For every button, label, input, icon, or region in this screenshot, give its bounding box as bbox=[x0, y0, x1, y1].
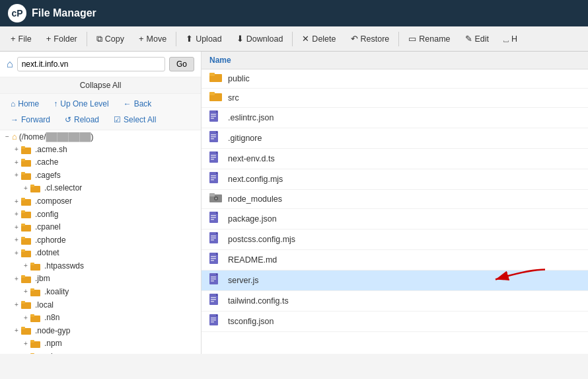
svg-rect-77 bbox=[211, 258, 216, 259]
file-row-src[interactable]: src bbox=[202, 89, 588, 108]
tree-item-label: .node-gyp bbox=[35, 326, 70, 335]
root-home-icon: ⌂ bbox=[12, 132, 17, 142]
edit-button[interactable]: ✎ Edit bbox=[459, 31, 496, 46]
svg-rect-78 bbox=[211, 260, 214, 261]
svg-rect-37 bbox=[209, 73, 215, 76]
tree-item-cl-selector[interactable]: +.cl.selector bbox=[0, 182, 201, 195]
folder-icon bbox=[21, 248, 33, 259]
new-file-button[interactable]: + File bbox=[4, 31, 38, 46]
toggle-icon: + bbox=[12, 198, 21, 205]
svg-rect-68 bbox=[211, 219, 214, 220]
main-content: ⌂ Go Collapse All ⌂ Home ↑ Up One Level … bbox=[0, 52, 588, 354]
file-name: src bbox=[228, 93, 580, 103]
html-edit-button[interactable]: ⎵ H bbox=[497, 31, 524, 46]
file-row-tailwind-config-ts[interactable]: tailwind.config.ts bbox=[202, 291, 588, 312]
go-button[interactable]: Go bbox=[169, 57, 194, 71]
download-button[interactable]: ⬇ Download bbox=[230, 31, 290, 46]
folder-icon bbox=[21, 235, 33, 245]
file-icon bbox=[209, 212, 224, 226]
back-button[interactable]: ← Back bbox=[117, 97, 159, 111]
file-icon bbox=[209, 273, 224, 288]
tree-item-cphorde[interactable]: +.cphorde bbox=[0, 233, 201, 247]
move-button[interactable]: + Move bbox=[132, 31, 173, 46]
tree-item-koality[interactable]: +.koality bbox=[0, 285, 201, 298]
file-row-server-js[interactable]: server.js bbox=[202, 271, 588, 291]
tree-item-dotnet[interactable]: +.dotnet bbox=[0, 247, 201, 260]
folder-icon bbox=[209, 72, 224, 85]
home-button[interactable]: ⌂ Home bbox=[4, 97, 46, 111]
tree-item-cache[interactable]: +.cache bbox=[0, 156, 201, 169]
sep-2 bbox=[176, 32, 176, 46]
svg-rect-1 bbox=[21, 146, 25, 149]
svg-rect-27 bbox=[30, 314, 34, 317]
tree-item-label: .cache bbox=[35, 157, 58, 167]
toolbar: + File + Folder ⧉ Copy + Move ⬆ Upload ⬇… bbox=[0, 26, 588, 52]
edit-icon: ✎ bbox=[465, 34, 472, 44]
tree-item-label: .config bbox=[35, 210, 58, 219]
upload-label: Upload bbox=[196, 34, 222, 44]
file-row-tsconfig-json[interactable]: tsconfig.json bbox=[202, 312, 588, 332]
nav-buttons-row: ⌂ Home ↑ Up One Level ← Back → Forward ↺… bbox=[0, 94, 201, 130]
restore-icon: ↶ bbox=[351, 34, 358, 44]
tree-item-node-gyp[interactable]: +.node-gyp bbox=[0, 324, 201, 337]
file-row-postcss-config-mjs[interactable]: postcss.config.mjs bbox=[202, 230, 588, 250]
svg-rect-25 bbox=[21, 301, 25, 304]
rename-label: Rename bbox=[419, 34, 450, 44]
file-row-package-json[interactable]: package.json bbox=[202, 209, 588, 230]
tree-item-cpanel[interactable]: +.cpanel bbox=[0, 220, 201, 233]
file-name: README.md bbox=[228, 255, 580, 265]
tree-item-n8n[interactable]: +.n8n bbox=[0, 311, 201, 324]
tree-item-pip[interactable]: +.pip bbox=[0, 350, 201, 354]
tree-item-label: .npm bbox=[44, 339, 62, 348]
tree-item-npm[interactable]: +.npm bbox=[0, 337, 201, 350]
folder-icon bbox=[30, 312, 42, 323]
svg-rect-61 bbox=[209, 193, 215, 196]
tree-root[interactable]: − ⌂ (/home/████████) bbox=[0, 130, 201, 143]
file-name: .eslintrc.json bbox=[228, 113, 580, 122]
restore-button[interactable]: ↶ Restore bbox=[344, 31, 396, 46]
file-row-gitignore[interactable]: .gitignore bbox=[202, 128, 588, 149]
tree-item-config[interactable]: +.config bbox=[0, 208, 201, 221]
reload-button[interactable]: ↺ Reload bbox=[58, 112, 106, 127]
sep-1 bbox=[87, 32, 87, 46]
svg-rect-92 bbox=[211, 317, 216, 319]
upload-button[interactable]: ⬆ Upload bbox=[179, 31, 229, 46]
upload-icon: ⬆ bbox=[186, 34, 193, 44]
sidebar: ⌂ Go Collapse All ⌂ Home ↑ Up One Level … bbox=[0, 52, 202, 354]
toggle-icon: + bbox=[12, 327, 21, 334]
copy-button[interactable]: ⧉ Copy bbox=[90, 31, 131, 47]
rename-button[interactable]: ▭ Rename bbox=[402, 31, 457, 46]
toggle-icon: + bbox=[21, 288, 30, 295]
tree-item-label: .jbm bbox=[35, 274, 50, 283]
svg-rect-44 bbox=[211, 118, 214, 119]
tree-item-composer[interactable]: +.composer bbox=[0, 194, 201, 208]
tree-item-jbm[interactable]: +.jbm bbox=[0, 273, 201, 286]
folder-icon bbox=[21, 196, 33, 206]
file-row-eslintrc-json[interactable]: .eslintrc.json bbox=[202, 108, 588, 128]
new-file-label: File bbox=[18, 34, 32, 44]
tree-item-acme-sh[interactable]: +.acme.sh bbox=[0, 143, 201, 156]
tree-item-cagefs[interactable]: +.cagefs bbox=[0, 169, 201, 182]
file-name: package.json bbox=[228, 214, 580, 224]
svg-rect-57 bbox=[211, 175, 216, 177]
file-row-readme-md[interactable]: README.md bbox=[202, 250, 588, 271]
file-row-public[interactable]: public bbox=[202, 69, 588, 89]
copy-label: Copy bbox=[105, 34, 124, 44]
file-icon bbox=[209, 314, 224, 329]
file-row-node-modules[interactable]: node_modules bbox=[202, 190, 588, 209]
toggle-icon: + bbox=[21, 340, 30, 347]
tree-item-local[interactable]: +.local bbox=[0, 298, 201, 312]
tree-item-htpasswds[interactable]: +.htpasswds bbox=[0, 259, 201, 273]
app-header: cP File Manager bbox=[0, 0, 588, 26]
domain-input[interactable] bbox=[17, 57, 165, 71]
file-row-next-env-dts[interactable]: next-env.d.ts bbox=[202, 149, 588, 169]
svg-rect-17 bbox=[21, 249, 25, 252]
collapse-all-button[interactable]: Collapse All bbox=[0, 77, 201, 94]
forward-button[interactable]: → Forward bbox=[4, 112, 57, 127]
up-one-level-button[interactable]: ↑ Up One Level bbox=[47, 97, 115, 111]
delete-button[interactable]: ✕ Delete bbox=[295, 31, 342, 46]
file-row-next-config-mjs[interactable]: next.config.mjs bbox=[202, 169, 588, 190]
new-folder-button[interactable]: + Folder bbox=[40, 31, 84, 46]
select-all-button[interactable]: ☑ Select All bbox=[107, 112, 163, 127]
toggle-icon: + bbox=[12, 159, 21, 166]
